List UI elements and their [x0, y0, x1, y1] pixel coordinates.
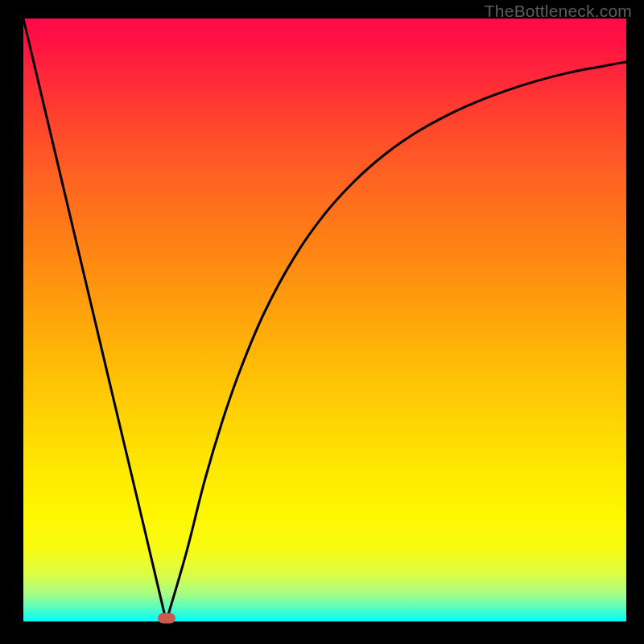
minimum-marker: [158, 613, 175, 624]
chart-frame: TheBottleneck.com: [0, 0, 644, 644]
plot-area: [23, 19, 626, 621]
bottleneck-curve: [23, 19, 626, 621]
